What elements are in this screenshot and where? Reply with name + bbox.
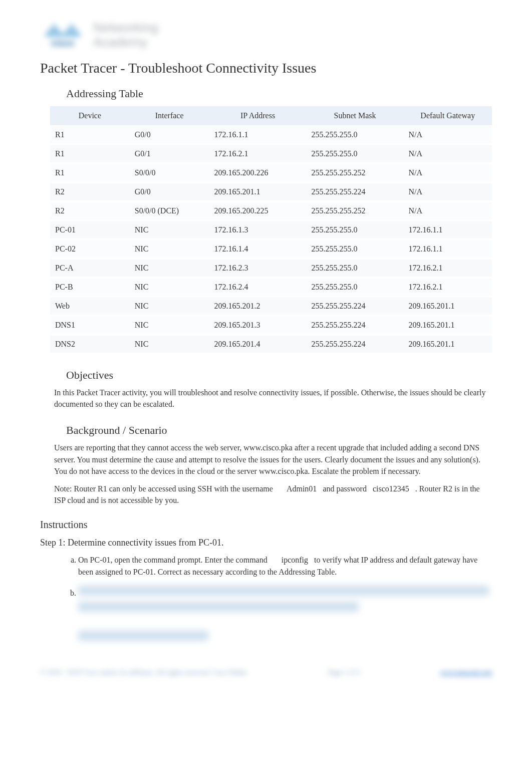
cisco-bars-icon <box>46 22 80 37</box>
table-cell: R2 <box>50 201 130 220</box>
table-row: R1G0/0172.16.1.1255.255.255.0N/A <box>50 126 492 144</box>
objectives-heading: Objectives <box>66 369 492 382</box>
table-cell: 255.255.255.0 <box>307 126 404 144</box>
table-row: R2S0/0/0 (DCE)209.165.200.225255.255.255… <box>50 201 492 220</box>
table-cell: 209.165.200.225 <box>209 201 307 220</box>
note-prefix: Note: <box>54 484 72 493</box>
redacted-line <box>78 602 359 612</box>
table-cell: 255.255.255.224 <box>307 182 404 201</box>
table-cell: 172.16.1.3 <box>209 220 307 239</box>
table-row: WebNIC209.165.201.2255.255.255.224209.16… <box>50 297 492 316</box>
cisco-mark: cisco <box>40 20 85 50</box>
addressing-table-heading: Addressing Table <box>66 87 492 100</box>
table-cell: 209.165.201.1 <box>404 297 492 316</box>
col-interface: Interface <box>130 106 209 126</box>
table-cell: 209.165.201.3 <box>209 316 307 335</box>
step-1-heading: Step 1: Determine connectivity issues fr… <box>40 538 492 548</box>
brand-logo: cisco Networking Academy <box>40 20 492 50</box>
note-body-2: and password <box>323 484 367 493</box>
addressing-table: Device Interface IP Address Subnet Mask … <box>50 106 492 355</box>
note-password: cisco12345 <box>373 484 409 493</box>
table-cell: 255.255.255.252 <box>307 201 404 220</box>
page-title: Packet Tracer - Troubleshoot Connectivit… <box>40 60 492 76</box>
table-cell: R1 <box>50 144 130 163</box>
table-cell: NIC <box>130 316 209 335</box>
table-cell: 209.165.201.1 <box>404 316 492 335</box>
table-cell: 255.255.255.252 <box>307 163 404 182</box>
table-cell: N/A <box>404 182 492 201</box>
table-cell: 255.255.255.0 <box>307 239 404 258</box>
table-cell: 172.16.1.1 <box>404 220 492 239</box>
table-cell: 255.255.255.224 <box>307 316 404 335</box>
table-cell: PC-01 <box>50 220 130 239</box>
note-username: Admin01 <box>287 484 317 493</box>
table-cell: R2 <box>50 182 130 201</box>
cisco-wordmark: cisco <box>51 38 74 49</box>
table-cell: 255.255.255.0 <box>307 220 404 239</box>
table-cell: NIC <box>130 220 209 239</box>
item-a-text-1: On PC-01, open the command prompt. Enter… <box>78 556 268 564</box>
background-heading: Background / Scenario <box>66 424 492 437</box>
table-cell: N/A <box>404 201 492 220</box>
brand-text: Networking Academy <box>93 21 158 49</box>
table-cell: 255.255.255.0 <box>307 144 404 163</box>
table-row: R1S0/0/0209.165.200.226255.255.255.252N/… <box>50 163 492 182</box>
table-cell: NIC <box>130 258 209 278</box>
redacted-line <box>78 586 489 596</box>
table-cell: Web <box>50 297 130 316</box>
table-cell: 209.165.201.1 <box>209 182 307 201</box>
table-cell: S0/0/0 <box>130 163 209 182</box>
table-row: PC-ANIC172.16.2.3255.255.255.0172.16.2.1 <box>50 258 492 278</box>
table-cell: S0/0/0 (DCE) <box>130 201 209 220</box>
table-cell: PC-A <box>50 258 130 278</box>
background-text: Users are reporting that they cannot acc… <box>54 442 492 477</box>
table-row: R1G0/1172.16.2.1255.255.255.0N/A <box>50 144 492 163</box>
table-cell: 209.165.200.226 <box>209 163 307 182</box>
brand-line-1: Networking <box>93 21 158 35</box>
col-mask: Subnet Mask <box>307 106 404 126</box>
table-cell: PC-02 <box>50 239 130 258</box>
table-cell: N/A <box>404 163 492 182</box>
list-item <box>66 622 492 644</box>
table-cell: 255.255.255.0 <box>307 278 404 297</box>
footer-left: © 2019 - 2019 Cisco and/or its affiliate… <box>40 669 247 677</box>
table-cell: 172.16.1.1 <box>404 239 492 258</box>
table-cell: 172.16.2.1 <box>209 144 307 163</box>
table-cell: 172.16.2.1 <box>404 258 492 278</box>
table-cell: G0/0 <box>130 126 209 144</box>
table-cell: NIC <box>130 297 209 316</box>
addressing-table-wrap: Device Interface IP Address Subnet Mask … <box>50 106 492 355</box>
table-cell: NIC <box>130 278 209 297</box>
footer-link[interactable]: www.netacad.com <box>440 669 492 676</box>
table-cell: 209.165.201.4 <box>209 335 307 354</box>
footer-right: www.netacad.com <box>440 669 492 677</box>
table-cell: NIC <box>130 239 209 258</box>
table-cell: DNS1 <box>50 316 130 335</box>
table-cell: 209.165.201.1 <box>404 335 492 354</box>
instructions-heading: Instructions <box>40 519 492 531</box>
table-row: R2G0/0209.165.201.1255.255.255.224N/A <box>50 182 492 201</box>
table-cell: 255.255.255.224 <box>307 297 404 316</box>
table-cell: N/A <box>404 126 492 144</box>
table-row: PC-01NIC172.16.1.3255.255.255.0172.16.1.… <box>50 220 492 239</box>
table-cell: 172.16.1.1 <box>209 126 307 144</box>
table-cell: PC-B <box>50 278 130 297</box>
table-cell: 172.16.2.4 <box>209 278 307 297</box>
table-cell: DNS2 <box>50 335 130 354</box>
table-cell: N/A <box>404 144 492 163</box>
table-cell: 172.16.2.3 <box>209 258 307 278</box>
ipconfig-command: ipconfig <box>282 556 308 564</box>
list-item: On PC-01, open the command prompt. Enter… <box>78 554 492 577</box>
table-row: PC-02NIC172.16.1.4255.255.255.0172.16.1.… <box>50 239 492 258</box>
col-ip: IP Address <box>209 106 307 126</box>
note-body-1: Router R1 can only be accessed using SSH… <box>74 484 273 493</box>
brand-line-2: Academy <box>93 35 158 50</box>
step-1-list: On PC-01, open the command prompt. Enter… <box>78 554 492 644</box>
table-cell: 172.16.2.1 <box>404 278 492 297</box>
list-item <box>78 585 492 615</box>
objectives-text: In this Packet Tracer activity, you will… <box>54 387 492 410</box>
col-device: Device <box>50 106 130 126</box>
table-cell: NIC <box>130 335 209 354</box>
table-cell: 209.165.201.2 <box>209 297 307 316</box>
table-header-row: Device Interface IP Address Subnet Mask … <box>50 106 492 126</box>
